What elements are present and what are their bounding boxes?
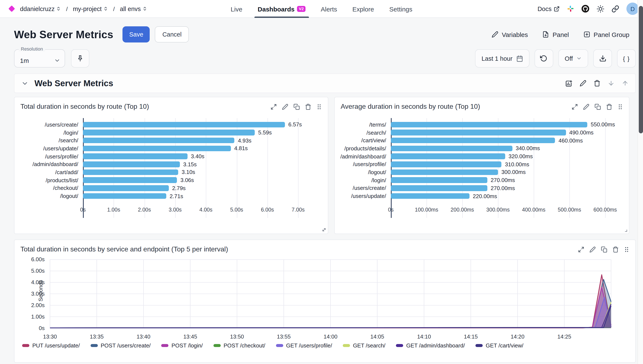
bar-row: /users/update/4.81s [15, 144, 328, 152]
slack-icon[interactable] [567, 5, 574, 12]
x-tick-label: 6.00s [261, 207, 274, 213]
time-range-label: Last 1 hour [482, 55, 512, 62]
duplicate-panel-icon[interactable] [594, 104, 601, 110]
bar-value-label: 310.00ms [505, 161, 529, 168]
chevron-down-icon [54, 57, 60, 64]
theme-sun-icon[interactable] [597, 5, 604, 12]
drag-handle-icon[interactable] [316, 104, 322, 110]
bar-track: 490.00ms [391, 130, 629, 136]
legend-item[interactable]: GET /admin/dashboard/ [396, 342, 465, 349]
panel-title: Average duration in seconds by route (To… [341, 103, 480, 110]
y-tick-label: 6.00s [15, 256, 45, 262]
duplicate-panel-icon[interactable] [293, 104, 300, 110]
breadcrumb-org[interactable]: ddanielcruzz [20, 5, 61, 12]
edit-panel-icon[interactable] [282, 104, 288, 110]
drag-handle-icon[interactable] [617, 104, 623, 110]
cancel-button[interactable]: Cancel [155, 26, 189, 42]
add-panel-button[interactable]: Panel [542, 31, 569, 38]
legend-item[interactable]: PUT /users/update/ [22, 342, 80, 349]
legend-item[interactable]: POST /users/create/ [91, 342, 151, 349]
bar-track: 3.40s [83, 154, 328, 159]
resize-corner-icon[interactable] [622, 227, 628, 232]
legend-swatch-icon [22, 344, 29, 347]
delete-section-icon[interactable] [594, 80, 600, 87]
bar-track: 5.59s [83, 130, 328, 136]
bar-category-label: /products/details/ [335, 145, 391, 152]
add-chart-icon[interactable] [565, 80, 572, 87]
time-range-button[interactable]: Last 1 hour [475, 49, 529, 68]
tab-alerts[interactable]: Alerts [321, 0, 337, 18]
variables-label: Variables [502, 31, 528, 38]
bar [391, 154, 505, 159]
bar-value-label: 3.40s [191, 153, 204, 160]
json-view-button[interactable]: { } [617, 49, 636, 68]
legend-item[interactable]: GET /search/ [343, 342, 385, 349]
bar-value-label: 270.00ms [491, 177, 515, 183]
bar-category-label: /users/create/ [335, 185, 391, 191]
legend-item[interactable]: POST /login/ [161, 342, 203, 349]
edit-panel-icon[interactable] [583, 104, 589, 110]
bar-value-label: 3.06s [180, 177, 194, 183]
y-tick-label: 0s [15, 325, 45, 331]
x-tick-label: 1.00s [107, 207, 120, 213]
bar-track: 460.00ms [391, 138, 629, 143]
auto-refresh-select[interactable]: Off [558, 49, 588, 68]
github-icon[interactable] [581, 5, 589, 13]
x-tick-label: 14:05 [359, 334, 395, 340]
tab-explore[interactable]: Explore [352, 0, 374, 18]
download-button[interactable] [593, 49, 612, 68]
bar-row: /cart/view/460.00ms [335, 136, 629, 144]
breadcrumb-separator: / [113, 5, 115, 12]
delete-panel-icon[interactable] [305, 104, 311, 110]
avatar-initial: D [630, 5, 635, 12]
panel-group-title: Web Server Metrics [35, 78, 113, 88]
tab-dashboards[interactable]: Dashboards V2 [258, 0, 306, 18]
variables-button[interactable]: Variables [492, 31, 528, 38]
active-tab-underline [254, 16, 309, 18]
x-tick-label: 200.00ms [451, 207, 474, 213]
top-nav: ddanielcruzz / my-project / all envs Liv… [0, 0, 643, 18]
collapse-chevron-icon[interactable] [21, 80, 29, 87]
bar-value-label: 220.00ms [473, 193, 497, 199]
breadcrumb-project[interactable]: my-project [73, 5, 108, 12]
bar-category-label: /admin/dashboard/ [15, 161, 83, 168]
bar-category-label: /login/ [15, 129, 83, 136]
save-button[interactable]: Save [123, 26, 150, 42]
bar [391, 193, 470, 199]
expand-icon[interactable] [271, 104, 277, 110]
breadcrumb-env[interactable]: all envs [120, 5, 147, 12]
share-link-icon[interactable] [611, 5, 619, 12]
delete-panel-icon[interactable] [606, 104, 612, 110]
docs-label: Docs [538, 5, 552, 12]
panel-average-duration-by-route: Average duration in seconds by route (To… [334, 97, 629, 234]
tab-settings[interactable]: Settings [389, 0, 412, 18]
bar [83, 193, 166, 199]
refresh-button[interactable] [535, 49, 553, 68]
user-avatar[interactable]: D [626, 2, 639, 15]
header-actions: Variables Panel Panel Group [492, 31, 643, 38]
breadcrumb-separator: / [66, 5, 68, 12]
add-panel-group-button[interactable]: Panel Group [583, 31, 629, 38]
resolution-select[interactable]: Resolution 1m [14, 49, 65, 68]
legend-item[interactable]: POST /checkout/ [213, 342, 265, 349]
bar [391, 177, 487, 183]
docs-link[interactable]: Docs [538, 5, 560, 12]
edit-section-icon[interactable] [580, 80, 586, 87]
expand-icon[interactable] [572, 104, 578, 110]
tab-live[interactable]: Live [231, 0, 242, 18]
panel-group-actions [565, 80, 628, 87]
legend-item[interactable]: GET /cart/view/ [476, 342, 523, 349]
bar-value-label: 270.00ms [491, 185, 515, 191]
panel-group-header: Web Server Metrics [14, 74, 636, 93]
move-up-icon[interactable] [622, 80, 628, 87]
pin-button[interactable] [71, 49, 89, 68]
resize-handle-icon[interactable] [321, 227, 327, 232]
bar-track: 4.93s [83, 138, 328, 143]
bar-row: /admin/dashboard/3.15s [15, 160, 328, 168]
scrollbar-thumb[interactable] [638, 6, 643, 133]
bar-row: /login/270.00ms [335, 176, 629, 184]
legend-swatch-icon [91, 344, 98, 347]
move-down-icon[interactable] [608, 80, 614, 87]
vertical-scrollbar[interactable] [637, 0, 643, 364]
legend-item[interactable]: GET /users/profile/ [276, 342, 332, 349]
